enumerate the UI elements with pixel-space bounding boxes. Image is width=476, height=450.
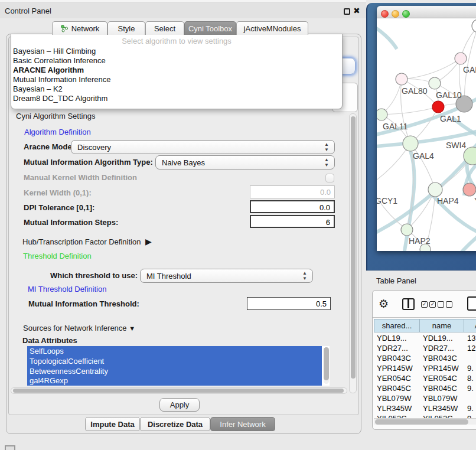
table-cell[interactable]: YDR27...	[374, 343, 420, 353]
apply-button[interactable]: Apply	[159, 398, 200, 412]
network-node-top[interactable]	[472, 19, 476, 32]
tab-select[interactable]: Select	[145, 21, 184, 35]
table-row[interactable]: YLR345WYLR345W9.	[374, 403, 476, 413]
algorithm-option[interactable]: Dream8 DC_TDC Algorithm	[13, 94, 338, 103]
attribute-list-item[interactable]: gal4RGexp	[27, 376, 322, 386]
attribute-list-item[interactable]: SelfLoops	[27, 346, 322, 356]
bottom-tab-discretize-data[interactable]: Discretize Data	[140, 417, 210, 431]
table-cell[interactable]: YBR045C	[374, 383, 420, 393]
network-window[interactable]: GALGAL80GAL10GAL1GAL11GAL4SWI4GCY1HAP4YH…	[377, 6, 476, 251]
attribute-list-item[interactable]: TopologicalCoefficient	[27, 356, 322, 366]
table-cell[interactable]: YBR045C	[420, 383, 464, 393]
deselect-all-checkbox-icon[interactable]	[446, 301, 452, 308]
settings-horizontal-scrollbar[interactable]	[11, 387, 347, 394]
table-cell[interactable]	[464, 393, 476, 403]
table-cell[interactable]: 9.	[464, 363, 476, 373]
network-node-gal1[interactable]	[432, 101, 444, 113]
window-zoom-icon[interactable]	[402, 10, 410, 18]
tab-network[interactable]: Network	[52, 21, 107, 35]
bottom-tab-impute-data[interactable]: Impute Data	[85, 417, 140, 431]
table-cell[interactable]: 8.	[464, 373, 476, 383]
algorithm-option[interactable]: ARACNE Algorithm	[13, 66, 338, 75]
network-node-gal11[interactable]	[377, 109, 387, 120]
table-cell[interactable]: YBR043C	[374, 353, 420, 363]
network-canvas[interactable]: GALGAL80GAL10GAL1GAL11GAL4SWI4GCY1HAP4YH…	[377, 18, 476, 251]
select-all-checkbox-icon[interactable]: ✓	[429, 301, 436, 308]
control-panel-titlebar[interactable]: Control Panel ✖	[0, 3, 366, 18]
network-window-titlebar[interactable]	[377, 6, 476, 18]
table-cell[interactable]: YPR145W	[420, 363, 464, 373]
tab-label: Style	[118, 24, 135, 33]
table-cell[interactable]: YBL079W	[420, 393, 464, 403]
tab-jactivemnodules[interactable]: jActiveMNodules	[236, 21, 308, 35]
select-all-checkbox-icon[interactable]: ✓	[421, 301, 428, 308]
network-node-y[interactable]	[463, 183, 476, 196]
table-cell[interactable]: YPR145W	[374, 363, 420, 373]
table-cell[interactable]: 12	[464, 343, 476, 353]
bottom-tab-infer-network[interactable]: Infer Network	[210, 417, 275, 431]
network-edge[interactable]	[382, 107, 438, 115]
table-cell[interactable]: 9.	[464, 403, 476, 413]
algorithm-option[interactable]: Bayesian – K2	[13, 84, 338, 94]
network-node-gal10[interactable]	[429, 77, 441, 89]
table-horizontal-scrollbar[interactable]	[374, 418, 476, 425]
algorithm-option[interactable]: Bayesian – Hill Climbing	[13, 47, 338, 56]
table-cell[interactable]: YBL079W	[374, 393, 420, 403]
table-column-header[interactable]: A	[464, 319, 476, 332]
window-minimize-icon[interactable]	[392, 10, 399, 18]
table-cell[interactable]: YER054C	[420, 373, 464, 383]
table-cell[interactable]: YER054C	[374, 373, 420, 383]
tab-cyni-toolbox[interactable]: Cyni Toolbox	[184, 21, 236, 35]
mi-steps-field[interactable]: 6	[250, 215, 335, 228]
mi-threshold-field[interactable]: 0.5	[247, 297, 331, 310]
algorithm-option[interactable]: Basic Correlation Inference	[13, 56, 338, 66]
network-node-hap4[interactable]	[428, 182, 442, 197]
table-column-header[interactable]: shared...	[374, 319, 420, 332]
close-icon[interactable]: ✖	[353, 6, 360, 15]
network-node-gal[interactable]	[455, 53, 467, 64]
kernel-width-field[interactable]: 0.0	[250, 185, 335, 198]
table-cell[interactable]: YDR27...	[420, 343, 464, 353]
table-cell[interactable]: 13	[464, 333, 476, 343]
split-columns-icon[interactable]	[402, 298, 415, 310]
minimized-panel-icon[interactable]	[5, 445, 15, 450]
table-row[interactable]: YBL079WYBL079W	[374, 393, 476, 403]
float-window-icon[interactable]	[344, 8, 350, 15]
table-cell[interactable]: YDL19...	[420, 333, 464, 343]
gear-icon[interactable]: ⚙	[379, 297, 389, 311]
table-cell[interactable]	[464, 353, 476, 363]
table-cell[interactable]: YLR345W	[420, 403, 464, 413]
algorithm-option[interactable]: Mutual Information Inference	[13, 75, 338, 84]
table-row[interactable]: YBR045CYBR045C9.	[374, 383, 476, 393]
data-attributes-list[interactable]: SelfLoopsTopologicalCoefficientBetweenne…	[27, 346, 330, 386]
network-node-hap2[interactable]	[401, 224, 413, 236]
aracne-mode-select[interactable]: Discovery ▲▼	[71, 140, 335, 154]
network-node-gal4[interactable]	[403, 136, 418, 151]
table-cell[interactable]: 9.	[464, 383, 476, 393]
table-cell[interactable]: YDL19...	[374, 333, 420, 343]
manual-kernel-checkbox[interactable]	[325, 174, 334, 182]
table-row[interactable]: YDR27...YDR27...12	[374, 343, 476, 353]
table-cell[interactable]: YLR345W	[374, 403, 420, 413]
settings-vertical-scrollbar[interactable]	[349, 113, 357, 393]
attributes-list-scrollbar[interactable]	[324, 347, 329, 384]
table-column-header[interactable]: name	[420, 319, 464, 332]
attribute-list-item[interactable]: BetweennessCentrality	[27, 366, 322, 376]
table-row[interactable]: YER054CYER054C8.	[374, 373, 476, 383]
network-node-gal80[interactable]	[396, 73, 407, 85]
mi-type-select[interactable]: Naive Bayes ▲▼	[155, 155, 335, 169]
sources-group-title[interactable]: Sources for Network Inference ▼	[21, 324, 137, 332]
network-edge[interactable]	[402, 58, 461, 79]
table-row[interactable]: YPR145WYPR145W9.	[374, 363, 476, 373]
dpi-tolerance-field[interactable]: 0.0	[250, 200, 335, 213]
window-close-icon[interactable]	[381, 10, 389, 18]
tab-style[interactable]: Style	[107, 21, 145, 35]
hub-definition-expander[interactable]: Hub/Transcription Factor Definition ▶	[22, 237, 152, 246]
table-row[interactable]: YDL19...YDL19...13	[374, 333, 476, 343]
table-row[interactable]: YBR043CYBR043C	[374, 353, 476, 363]
algorithm-dropdown[interactable]: Select algorithm to view settings Bayesi…	[11, 34, 343, 109]
table-cell[interactable]: YBR043C	[420, 353, 464, 363]
deselect-all-checkbox-icon[interactable]	[438, 301, 444, 308]
which-threshold-select[interactable]: MI Threshold ▲▼	[140, 269, 313, 283]
new-table-icon[interactable]	[467, 296, 476, 311]
